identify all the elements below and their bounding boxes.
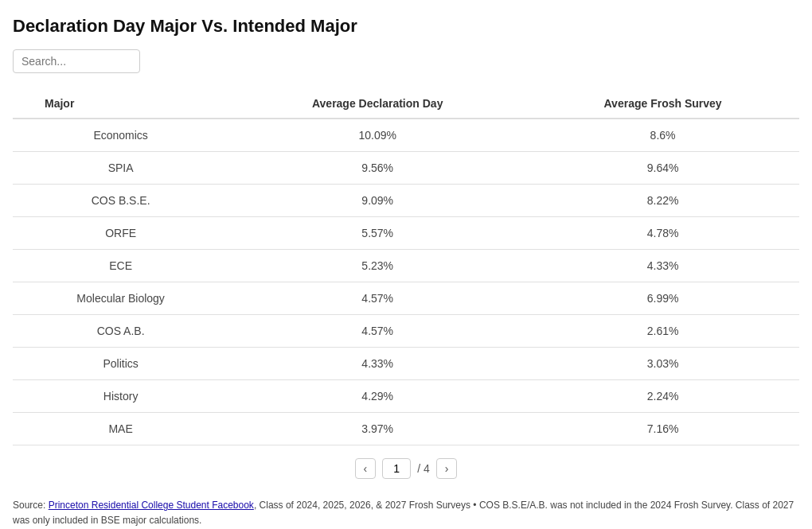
search-input[interactable] — [13, 49, 140, 73]
cell-avg-frosh: 7.16% — [526, 413, 799, 445]
cell-avg-dec-day: 9.09% — [228, 185, 526, 217]
cell-major: COS A.B. — [13, 315, 228, 348]
col-header-major: Major — [13, 89, 228, 119]
cell-avg-frosh: 2.61% — [526, 315, 799, 348]
source-link[interactable]: Princeton Residential College Student Fa… — [49, 500, 254, 511]
cell-avg-dec-day: 9.56% — [228, 152, 526, 185]
source-prefix: Source: — [13, 500, 49, 511]
data-table: Major Average Declaration Day Average Fr… — [13, 89, 799, 445]
cell-major: Politics — [13, 348, 228, 380]
table-row: MAE3.97%7.16% — [13, 413, 799, 445]
source-line: Source: Princeton Residential College St… — [13, 498, 799, 528]
table-row: Molecular Biology4.57%6.99% — [13, 282, 799, 315]
cell-avg-dec-day: 4.57% — [228, 315, 526, 348]
table-row: COS A.B.4.57%2.61% — [13, 315, 799, 348]
footer: Source: Princeton Residential College St… — [13, 498, 799, 529]
cell-avg-frosh: 6.99% — [526, 282, 799, 315]
cell-major: History — [13, 380, 228, 413]
page-number-input[interactable] — [382, 458, 411, 479]
cell-avg-dec-day: 5.23% — [228, 250, 526, 282]
cell-avg-frosh: 8.22% — [526, 185, 799, 217]
cell-avg-frosh: 3.03% — [526, 348, 799, 380]
cell-avg-dec-day: 5.57% — [228, 217, 526, 250]
cell-major: SPIA — [13, 152, 228, 185]
cell-avg-dec-day: 10.09% — [228, 119, 526, 152]
col-header-avg-dec-day: Average Declaration Day — [228, 89, 526, 119]
table-row: COS B.S.E.9.09%8.22% — [13, 185, 799, 217]
page-title: Declaration Day Major Vs. Intended Major — [13, 16, 799, 37]
page-total: / 4 — [417, 462, 430, 475]
cell-avg-dec-day: 4.57% — [228, 282, 526, 315]
cell-avg-frosh: 9.64% — [526, 152, 799, 185]
table-row: History4.29%2.24% — [13, 380, 799, 413]
table-row: Politics4.33%3.03% — [13, 348, 799, 380]
cell-major: COS B.S.E. — [13, 185, 228, 217]
prev-page-button[interactable]: ‹ — [355, 458, 377, 479]
cell-avg-dec-day: 3.97% — [228, 413, 526, 445]
col-header-avg-frosh: Average Frosh Survey — [526, 89, 799, 119]
table-row: ORFE5.57%4.78% — [13, 217, 799, 250]
search-container — [13, 49, 799, 73]
cell-major: Economics — [13, 119, 228, 152]
cell-avg-dec-day: 4.29% — [228, 380, 526, 413]
table-row: Economics10.09%8.6% — [13, 119, 799, 152]
cell-avg-frosh: 2.24% — [526, 380, 799, 413]
cell-major: ORFE — [13, 217, 228, 250]
table-header-row: Major Average Declaration Day Average Fr… — [13, 89, 799, 119]
table-row: SPIA9.56%9.64% — [13, 152, 799, 185]
next-page-button[interactable]: › — [436, 458, 458, 479]
cell-avg-frosh: 8.6% — [526, 119, 799, 152]
pagination: ‹ / 4 › — [13, 458, 799, 479]
cell-avg-dec-day: 4.33% — [228, 348, 526, 380]
table-row: ECE5.23%4.33% — [13, 250, 799, 282]
cell-major: Molecular Biology — [13, 282, 228, 315]
cell-avg-frosh: 4.78% — [526, 217, 799, 250]
cell-avg-frosh: 4.33% — [526, 250, 799, 282]
cell-major: ECE — [13, 250, 228, 282]
cell-major: MAE — [13, 413, 228, 445]
